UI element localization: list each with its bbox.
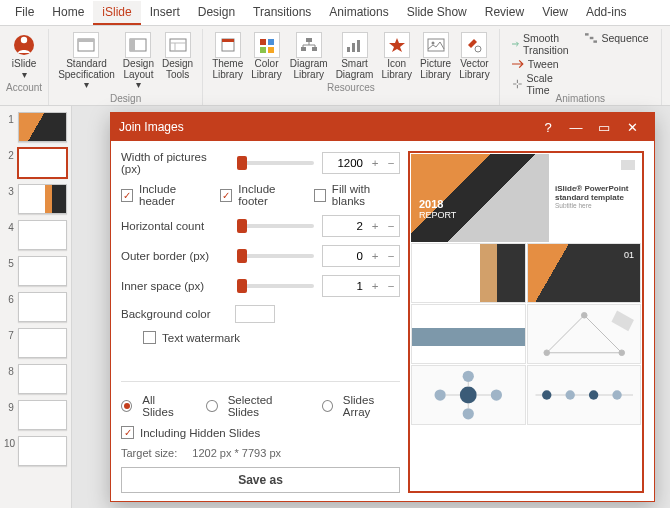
tab-animations[interactable]: Animations <box>320 1 397 25</box>
scope-selected-radio[interactable] <box>206 400 217 412</box>
svg-rect-16 <box>301 47 306 51</box>
svg-point-54 <box>612 390 621 399</box>
svg-point-41 <box>460 387 477 404</box>
svg-rect-12 <box>268 39 274 45</box>
width-spinner[interactable]: +− <box>322 152 400 174</box>
tab-home[interactable]: Home <box>43 1 93 25</box>
border-spinner[interactable]: +− <box>322 245 400 267</box>
include-footer-check[interactable] <box>220 189 232 202</box>
svg-point-43 <box>491 389 502 400</box>
svg-rect-24 <box>357 40 360 52</box>
inner-label: Inner space (px) <box>121 280 229 292</box>
thumb-6[interactable]: 6 <box>0 290 71 326</box>
bg-label: Background color <box>121 308 229 320</box>
tween-button[interactable]: Tween <box>510 57 576 71</box>
svg-point-45 <box>463 408 474 419</box>
inner-slider[interactable] <box>237 284 314 288</box>
thumb-9[interactable]: 9 <box>0 398 71 434</box>
target-size-value: 1202 px * 7793 px <box>192 447 281 459</box>
diagram-library-button[interactable]: DiagramLibrary <box>287 31 331 81</box>
scope-all-radio[interactable] <box>121 400 132 412</box>
width-input[interactable] <box>323 157 367 169</box>
tab-design[interactable]: Design <box>189 1 244 25</box>
svg-point-38 <box>581 312 587 318</box>
border-slider[interactable] <box>237 254 314 258</box>
svg-rect-29 <box>585 33 589 35</box>
dialog-close-button[interactable]: ✕ <box>618 117 646 137</box>
preview-panel: 2018REPORT iSlide® PowerPoint standard t… <box>408 151 644 493</box>
svg-point-39 <box>543 350 549 356</box>
color-library-button[interactable]: ColorLibrary <box>248 31 285 81</box>
islide-button[interactable]: iSlide ▾ <box>8 31 40 81</box>
bg-color-swatch[interactable] <box>235 305 275 323</box>
thumb-10[interactable]: 10 <box>0 434 71 470</box>
thumb-3[interactable]: 3 <box>0 182 71 218</box>
smooth-transition-button[interactable]: Smooth Transition <box>510 31 576 57</box>
border-label: Outer border (px) <box>121 250 229 262</box>
watermark-check[interactable] <box>143 331 156 344</box>
design-tools-button[interactable]: DesignTools <box>159 31 196 92</box>
thumb-2[interactable]: 2 <box>0 146 71 182</box>
svg-point-40 <box>618 350 624 356</box>
vector-library-button[interactable]: VectorLibrary <box>456 31 493 81</box>
svg-point-28 <box>475 46 481 52</box>
inner-input[interactable] <box>323 280 367 292</box>
sequence-button[interactable]: Sequence <box>583 31 650 45</box>
svg-rect-17 <box>312 47 317 51</box>
svg-rect-10 <box>222 39 234 42</box>
width-slider[interactable] <box>237 161 314 165</box>
dialog-maximize-button[interactable]: ▭ <box>590 117 618 137</box>
hcount-label: Horizontal count <box>121 220 229 232</box>
hcount-spinner[interactable]: +− <box>322 215 400 237</box>
slide-thumbnails[interactable]: 1 2 3 4 5 6 7 8 9 10 <box>0 106 72 509</box>
width-label: Width of pictures (px) <box>121 151 229 175</box>
svg-rect-14 <box>268 47 274 53</box>
ribbon-tabs: File Home iSlide Insert Design Transitio… <box>0 0 670 26</box>
save-as-button[interactable]: Save as <box>121 467 400 493</box>
dialog-minimize-button[interactable]: ― <box>562 117 590 137</box>
svg-rect-11 <box>260 39 266 45</box>
svg-rect-15 <box>306 38 312 42</box>
include-header-check[interactable] <box>121 189 133 202</box>
group-account: iSlide ▾ Account <box>0 29 49 105</box>
svg-rect-13 <box>260 47 266 53</box>
dialog-title: Join Images <box>119 120 534 134</box>
tab-file[interactable]: File <box>6 1 43 25</box>
border-input[interactable] <box>323 250 367 262</box>
svg-marker-25 <box>389 38 405 52</box>
tab-view[interactable]: View <box>533 1 577 25</box>
svg-rect-23 <box>352 43 355 52</box>
scope-array-radio[interactable] <box>322 400 333 412</box>
fill-blanks-check[interactable] <box>314 189 326 202</box>
tab-islide[interactable]: iSlide <box>93 1 140 25</box>
tab-review[interactable]: Review <box>476 1 533 25</box>
hcount-input[interactable] <box>323 220 367 232</box>
design-layout-button[interactable]: DesignLayout ▾ <box>120 31 157 92</box>
icon-library-button[interactable]: IconLibrary <box>378 31 415 81</box>
theme-library-button[interactable]: ThemeLibrary <box>209 31 246 81</box>
tab-transitions[interactable]: Transitions <box>244 1 320 25</box>
dialog-help-button[interactable]: ? <box>534 117 562 137</box>
tab-insert[interactable]: Insert <box>141 1 189 25</box>
thumb-7[interactable]: 7 <box>0 326 71 362</box>
thumb-4[interactable]: 4 <box>0 218 71 254</box>
thumb-8[interactable]: 8 <box>0 362 71 398</box>
svg-rect-5 <box>130 39 135 51</box>
tab-addins[interactable]: Add-ins <box>577 1 636 25</box>
standard-spec-button[interactable]: StandardSpecification ▾ <box>55 31 118 92</box>
svg-point-27 <box>431 42 434 45</box>
thumb-5[interactable]: 5 <box>0 254 71 290</box>
thumb-1[interactable]: 1 <box>0 110 71 146</box>
tab-slideshow[interactable]: Slide Show <box>398 1 476 25</box>
svg-point-53 <box>588 390 597 399</box>
hcount-slider[interactable] <box>237 224 314 228</box>
smart-diagram-button[interactable]: SmartDiagram <box>333 31 377 81</box>
svg-rect-3 <box>78 39 94 42</box>
dialog-titlebar[interactable]: Join Images ? ― ▭ ✕ <box>111 113 654 141</box>
group-resources: ThemeLibrary ColorLibrary DiagramLibrary… <box>203 29 500 105</box>
picture-library-button[interactable]: PictureLibrary <box>417 31 454 81</box>
hidden-check[interactable] <box>121 426 134 439</box>
inner-spinner[interactable]: +− <box>322 275 400 297</box>
svg-rect-31 <box>594 40 598 42</box>
group-security: PSecurityExport ▾ JoinImages <box>662 29 670 105</box>
